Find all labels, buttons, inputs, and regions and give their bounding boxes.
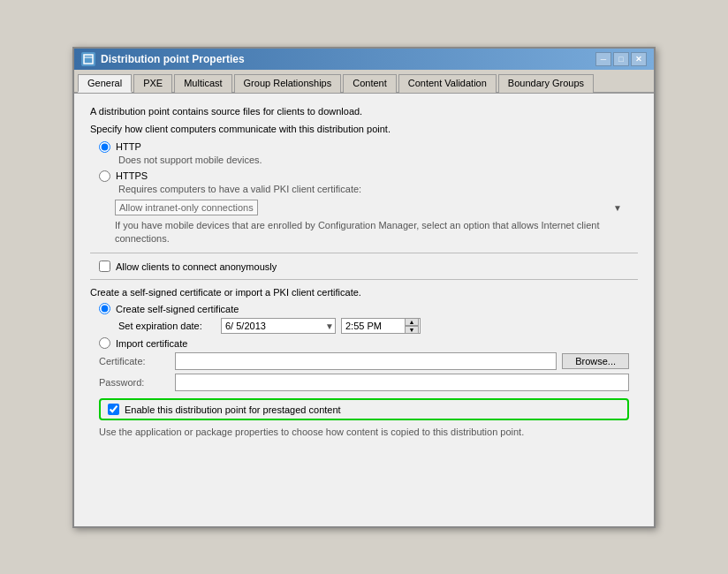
tab-group-relationships[interactable]: Group Relationships bbox=[234, 74, 342, 93]
https-radio-row: HTTPS bbox=[99, 170, 638, 182]
expiry-row: Set expiration date: ▼ ▲ ▼ bbox=[118, 318, 638, 334]
import-cert-label: Import certificate bbox=[116, 338, 187, 349]
import-cert-radio[interactable] bbox=[99, 337, 110, 349]
content-area: A distribution point contains source fil… bbox=[74, 94, 654, 526]
tab-bar: General PXE Multicast Group Relationship… bbox=[74, 70, 654, 94]
create-cert-label: Create self-signed certificate bbox=[116, 304, 239, 314]
maximize-button[interactable]: □ bbox=[613, 52, 629, 66]
svg-rect-0 bbox=[84, 55, 93, 64]
http-radio[interactable] bbox=[99, 141, 110, 153]
title-bar: Distribution point Properties ─ □ ✕ bbox=[74, 49, 654, 70]
anonymous-label: Allow clients to connect anonymously bbox=[116, 261, 277, 272]
description1: A distribution point contains source fil… bbox=[90, 106, 638, 117]
create-cert-radio-row: Create self-signed certificate bbox=[99, 303, 638, 314]
minimize-button[interactable]: ─ bbox=[595, 52, 611, 66]
import-cert-radio-row: Import certificate bbox=[99, 337, 638, 349]
time-spin-buttons: ▲ ▼ bbox=[405, 318, 419, 334]
dropdown-row: Allow intranet-only connections ▼ bbox=[115, 200, 624, 215]
http-radio-row: HTTP bbox=[99, 141, 638, 153]
certificate-input[interactable] bbox=[175, 352, 557, 370]
https-note: Requires computers to have a valid PKI c… bbox=[118, 184, 638, 194]
prestaged-checkbox[interactable] bbox=[108, 404, 119, 415]
tab-content[interactable]: Content bbox=[343, 74, 397, 93]
password-field-label: Password: bbox=[99, 377, 170, 388]
certificate-field-row: Certificate: Browse... bbox=[99, 352, 629, 370]
create-cert-radio[interactable] bbox=[99, 303, 110, 314]
description2: Specify how client computers communicate… bbox=[90, 124, 638, 134]
http-note: Does not support mobile devices. bbox=[118, 155, 638, 165]
divider2 bbox=[90, 279, 638, 280]
prestaged-highlight-box: Enable this distribution point for prest… bbox=[99, 398, 629, 420]
mobile-note: If you have mobile devices that are enro… bbox=[115, 219, 638, 246]
tab-multicast[interactable]: Multicast bbox=[174, 74, 231, 93]
anonymous-checkbox-row: Allow clients to connect anonymously bbox=[99, 261, 629, 272]
password-input[interactable] bbox=[175, 374, 629, 391]
browse-cert-button[interactable]: Browse... bbox=[562, 353, 629, 369]
cert-field-label: Certificate: bbox=[99, 356, 170, 366]
prestaged-note: Use the application or package propertie… bbox=[99, 426, 629, 439]
close-button[interactable]: ✕ bbox=[631, 52, 647, 66]
time-spin-up[interactable]: ▲ bbox=[405, 318, 419, 326]
dropdown-arrow-icon: ▼ bbox=[613, 202, 622, 212]
password-field-row: Password: bbox=[99, 374, 629, 391]
tab-pxe[interactable]: PXE bbox=[133, 74, 172, 93]
expiry-label: Set expiration date: bbox=[118, 321, 216, 331]
prestaged-label: Enable this distribution point for prest… bbox=[125, 404, 341, 415]
https-radio[interactable] bbox=[99, 170, 110, 182]
title-bar-controls: ─ □ ✕ bbox=[595, 52, 647, 66]
tab-boundary-groups[interactable]: Boundary Groups bbox=[498, 74, 594, 93]
connection-dropdown-wrapper: Allow intranet-only connections ▼ bbox=[115, 200, 624, 215]
main-window: Distribution point Properties ─ □ ✕ Gene… bbox=[72, 47, 656, 528]
date-input-wrapper: ▼ bbox=[221, 318, 336, 334]
https-label: HTTPS bbox=[116, 170, 148, 181]
http-label: HTTP bbox=[116, 141, 141, 152]
divider1 bbox=[90, 253, 638, 253]
date-input[interactable] bbox=[221, 318, 336, 334]
title-bar-text: Distribution point Properties bbox=[101, 53, 245, 65]
tab-general[interactable]: General bbox=[78, 74, 132, 93]
window-icon bbox=[81, 52, 95, 66]
time-input-wrapper: ▲ ▼ bbox=[341, 318, 421, 334]
cert-description: Create a self-signed certificate or impo… bbox=[90, 287, 638, 298]
tab-content-validation[interactable]: Content Validation bbox=[398, 74, 497, 93]
anonymous-checkbox[interactable] bbox=[99, 261, 110, 272]
time-spin-down[interactable]: ▼ bbox=[405, 326, 419, 334]
connection-type-select[interactable]: Allow intranet-only connections bbox=[115, 200, 258, 215]
